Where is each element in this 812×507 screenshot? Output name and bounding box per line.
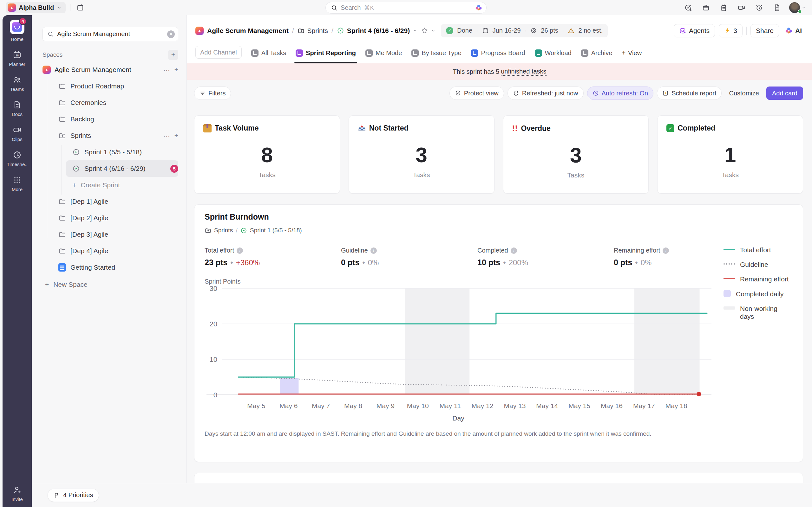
protect-view-button[interactable]: Protect view: [450, 87, 504, 100]
folder-icon: [58, 214, 66, 222]
schedule-report-button[interactable]: Schedule report: [657, 87, 722, 100]
sidebar-item-ceremonies[interactable]: Ceremonies: [43, 95, 178, 111]
rail-item-teams[interactable]: Teams: [10, 75, 24, 92]
document-icon[interactable]: [771, 2, 782, 13]
add-space-icon[interactable]: +: [168, 50, 178, 60]
add-view-button[interactable]: + View: [622, 46, 642, 60]
sidebar-item-getting-started[interactable]: Getting Started: [43, 259, 178, 276]
alarm-clock-icon[interactable]: [754, 2, 764, 13]
svg-text:30: 30: [210, 286, 217, 292]
sidebar-item-sprint-1[interactable]: Sprint 1 (5/5 - 5/18): [43, 144, 178, 160]
legend-non-working-days: Non-working days: [723, 304, 793, 320]
sidebar-item-dep2-agile[interactable]: [Dep 2] Agile: [43, 210, 178, 226]
calendar-icon[interactable]: [75, 2, 86, 13]
burndown-breadcrumb[interactable]: Sprints / Sprint 1 (5/5 - 5/18): [205, 227, 793, 234]
agents-button[interactable]: Agents: [674, 24, 715, 38]
burndown-chart: 0102030May 5May 6May 7May 8May 9May 10Ma…: [205, 286, 712, 412]
breadcrumb-folder[interactable]: Sprints: [298, 27, 328, 35]
tab-archive[interactable]: Archive: [581, 46, 612, 60]
priorities-button[interactable]: 4 Priorities: [48, 489, 99, 502]
sprint-meta[interactable]: ✓ Done · Jun 16-29 · 26 pts · 2 no est.: [441, 24, 608, 38]
add-card-button[interactable]: Add card: [766, 87, 803, 100]
me-mode-icon: [365, 49, 373, 57]
rail-item-planner[interactable]: 28 Planner: [9, 50, 26, 67]
workspace-name: Alpha Build: [19, 4, 54, 11]
svg-text:0: 0: [213, 391, 217, 399]
points-icon: [530, 27, 537, 34]
topbar-actions: [682, 2, 806, 13]
chevron-down-icon: [57, 5, 62, 10]
info-icon[interactable]: i: [511, 247, 517, 254]
task-volume-value: 8: [203, 145, 331, 165]
plus-icon: +: [622, 49, 625, 57]
card-not-started[interactable]: Not Started 3 Tasks: [349, 115, 495, 193]
unfinished-tasks-banner: This sprint has 5 unfinished tasks: [187, 63, 812, 80]
rail-item-home[interactable]: 4 Home: [10, 20, 24, 42]
space-add-icon[interactable]: +: [174, 66, 178, 73]
sidebar-search-value: Agile Scrum Management: [57, 31, 164, 38]
user-menu[interactable]: [789, 2, 806, 13]
customize-button[interactable]: Customize: [725, 90, 763, 97]
sidebar-item-sprint-4[interactable]: Sprint 4 (6/16 - 6/29) 5: [66, 160, 178, 177]
sidebar-item-sprints[interactable]: Sprints ··· +: [43, 127, 178, 144]
breadcrumb: ▲ Agile Scrum Management / Sprints / Spr…: [187, 15, 812, 46]
tab-workload[interactable]: Workload: [535, 46, 571, 60]
workspace-switcher[interactable]: ▲ Alpha Build: [6, 2, 66, 13]
filters-button[interactable]: Filters: [194, 87, 231, 100]
video-icon[interactable]: [736, 2, 747, 13]
clear-search-icon[interactable]: ✕: [167, 31, 175, 38]
home-badge: 4: [19, 17, 27, 25]
auto-refresh-toggle[interactable]: Auto refresh: On: [587, 87, 654, 100]
breadcrumb-space[interactable]: Agile Scrum Management: [207, 27, 289, 35]
rail-item-invite[interactable]: Invite: [11, 486, 23, 502]
sidebar-item-backlog[interactable]: Backlog: [43, 111, 178, 127]
tab-by-issue-type[interactable]: By Issue Type: [411, 46, 461, 60]
boost-button[interactable]: 3: [719, 24, 743, 38]
card-completed[interactable]: ✓ Completed 1 Tasks: [657, 115, 803, 193]
info-icon[interactable]: i: [237, 247, 243, 254]
sidebar-space-agile-scrum[interactable]: ▲ Agile Scrum Management ··· +: [43, 61, 178, 78]
refreshed-button[interactable]: Refreshed: just now: [507, 87, 583, 100]
sidebar-item-dep3-agile[interactable]: [Dep 3] Agile: [43, 226, 178, 243]
tab-me-mode[interactable]: Me Mode: [365, 46, 402, 60]
sidebar-search-input[interactable]: Agile Scrum Management ✕: [43, 27, 178, 41]
briefcase-icon[interactable]: [700, 2, 711, 13]
favorite-button[interactable]: [421, 27, 436, 34]
unfinished-tasks-link[interactable]: unfinished tasks: [501, 68, 546, 76]
card-overdue[interactable]: !! Overdue 3 Tasks: [503, 115, 649, 193]
teams-people-icon: [13, 75, 21, 84]
space-logo-icon: ▲: [195, 26, 204, 35]
rail-item-docs[interactable]: Docs: [12, 101, 22, 117]
create-task-icon[interactable]: [682, 2, 693, 13]
sidebar-item-create-sprint[interactable]: + Create Sprint: [43, 177, 178, 193]
tab-progress-board[interactable]: Progress Board: [471, 46, 525, 60]
add-channel-button[interactable]: Add Channel: [195, 46, 242, 59]
sidebar-item-dep4-agile[interactable]: [Dep 4] Agile: [43, 243, 178, 259]
card-task-volume[interactable]: Task Volume 8 Tasks: [194, 115, 340, 193]
main-panel: ▲ Agile Scrum Management / Sprints / Spr…: [187, 15, 812, 483]
info-icon[interactable]: i: [663, 247, 669, 254]
rail-item-timesheets[interactable]: Timeshe..: [7, 151, 27, 167]
sprints-add-icon[interactable]: +: [174, 132, 178, 139]
by-issue-type-icon: [411, 49, 419, 57]
sidebar-item-product-roadmap[interactable]: Product Roadmap: [43, 78, 178, 95]
svg-text:May 11: May 11: [440, 402, 461, 409]
clipboard-icon[interactable]: [718, 2, 729, 13]
global-search[interactable]: Search ⌘K: [325, 2, 487, 14]
rail-item-clips[interactable]: Clips: [12, 125, 22, 142]
new-space-button[interactable]: + New Space: [43, 276, 178, 293]
space-more-icon[interactable]: ···: [163, 66, 170, 73]
tab-all-tasks[interactable]: All Tasks: [251, 46, 287, 60]
share-button[interactable]: Share: [751, 24, 779, 38]
rail-item-more[interactable]: More: [12, 176, 22, 192]
sprints-more-icon[interactable]: ···: [163, 132, 170, 139]
plus-icon: +: [72, 181, 76, 189]
search-placeholder: Search: [341, 4, 361, 11]
tab-sprint-reporting[interactable]: Sprint Reporting: [296, 46, 356, 60]
sprint-play-icon: [72, 165, 80, 172]
info-icon[interactable]: i: [370, 247, 377, 254]
sidebar-item-dep1-agile[interactable]: [Dep 1] Agile: [43, 193, 178, 210]
ai-button[interactable]: AI: [783, 26, 804, 35]
legend-completed-daily: Completed daily: [723, 290, 793, 298]
breadcrumb-sprint[interactable]: Sprint 4 (6/16 - 6/29): [337, 27, 417, 35]
